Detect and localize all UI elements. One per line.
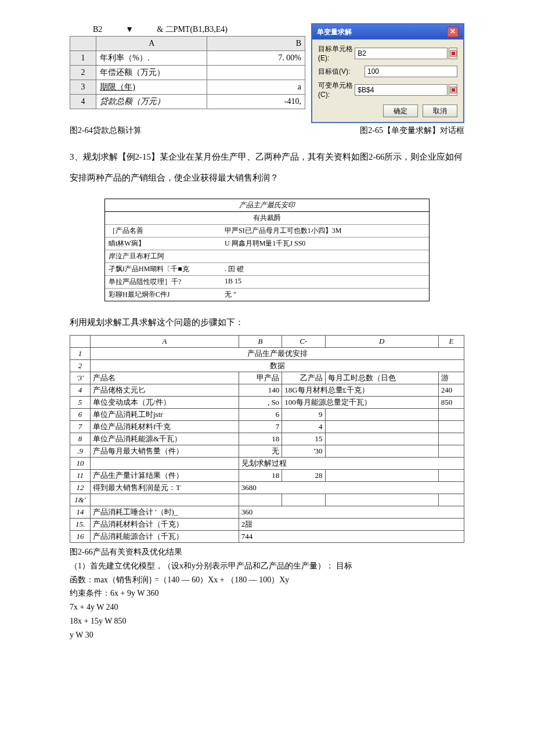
corner-cell <box>70 336 91 348</box>
corner-cell <box>70 37 96 51</box>
goal-seek-dialog: 单变量求解 ✕ 目标单元格(E): 目标值(V): 可变单元格(C): <box>311 23 464 123</box>
col-header: D <box>325 336 438 348</box>
text-line: 函数：max（销售利润} =（140 — 60）Xx + （180 — 100）… <box>70 573 464 587</box>
header-row: ABC-DE <box>70 336 464 348</box>
changing-cell-row: 可变单元格(C): <box>318 81 457 99</box>
text-line: y W 30 <box>70 628 464 642</box>
target-value-label: 目标值(V): <box>318 67 365 77</box>
target-cell-row: 目标单元格(E): <box>318 44 457 62</box>
caption-2-65: 图2-65【单变量求解】对话框 <box>360 125 464 136</box>
table-row: 1产品生产最优安排 <box>70 348 464 360</box>
dropdown-icon: ▼ <box>125 25 134 34</box>
col-header: E <box>438 336 464 348</box>
table-row: .9产品每月最大销售量（件）无'30 <box>70 445 464 458</box>
top-section: B2 ▼ & 二PMT(B1,B3,E4) A B 1 年利率（%）. 7. 0… <box>70 23 464 123</box>
table-row: 5单位变动成本（兀/件）, So100每月能源总量定千瓦）850 <box>70 397 464 409</box>
paragraph-example: 3、规划求解【例2-15】某企业在某月份生产甲、乙两种产品，其有关资料如图2-6… <box>70 146 464 188</box>
dialog-buttons: 确定 取消 <box>318 102 457 117</box>
ok-button[interactable]: 确定 <box>383 105 418 117</box>
text-line: 18x + 15y W 850 <box>70 614 464 628</box>
table-row: 1&' <box>70 494 464 506</box>
table-row: 2数据 <box>70 360 464 372</box>
table-row: 14产品消耗工唾合计 '（时)_360 <box>70 506 464 519</box>
target-cell-input[interactable] <box>355 48 448 59</box>
spreadsheet1: A B 1 年利率（%）. 7. 00% 2 年偿还额（万元） 3 期限（年) … <box>70 36 305 109</box>
col-header: C- <box>282 336 325 348</box>
blurry-head: 产品主产最氏安印 <box>105 199 429 212</box>
target-cell-label: 目标单元格(E): <box>318 44 355 62</box>
col-header: B <box>239 336 282 348</box>
table-row: 11产品生产量计算结果（件）1828 <box>70 470 464 482</box>
active-cell-name: B2 <box>93 25 102 34</box>
svg-rect-1 <box>452 52 455 55</box>
col-header: A <box>91 336 239 348</box>
blurry-table: 产品主产最氏安印 有共裁爵 ［产品名善甲严SI已产品母月工可也数1小四】3M 瞄… <box>104 199 430 301</box>
dialog-title-text: 单变量求解 <box>317 27 352 37</box>
spreadsheet1-wrapper: B2 ▼ & 二PMT(B1,B3,E4) A B 1 年利率（%）. 7. 0… <box>70 23 305 109</box>
table-row: 15.产品消耗材料合计（千克）2甜 <box>70 519 464 531</box>
table-row: 7单位产品消耗材料f千克74 <box>70 421 464 433</box>
table-row: '3'产品名甲产品乙产品每月工时总数（日色游 <box>70 372 464 384</box>
detail-spreadsheet: ABC-DE 1产品生产最优安排2数据'3'产品名甲产品乙产品每月工时总数（日色… <box>70 335 464 543</box>
table-row: 6单位产品消耗工时jstr69 <box>70 409 464 421</box>
col-header-a: A <box>96 37 207 51</box>
table-row: 4 贷款总额（万元） -410, <box>70 95 305 109</box>
target-value-row: 目标值(V): <box>318 66 457 77</box>
caption-2-66: 图2-66产品有关资料及优化结果 <box>70 545 464 559</box>
table-row: 1 年利率（%）. 7. 00% <box>70 51 305 66</box>
svg-rect-3 <box>452 88 455 92</box>
dialog-body: 目标单元格(E): 目标值(V): 可变单元格(C): 确定 取消 <box>312 39 463 122</box>
table-row: 2 年偿还额（万元） <box>70 66 305 80</box>
target-value-input[interactable] <box>365 66 457 77</box>
cancel-button[interactable]: 取消 <box>423 105 457 117</box>
table-row: 4产品佬格丈元匕14018G每月材料总量£千克）240 <box>70 384 464 397</box>
table-row: 8单位产品消耗能源&千瓦）1815 <box>70 433 464 445</box>
table-row: 16产品消耗能源合计（千瓦）744 <box>70 531 464 543</box>
range-picker-icon[interactable] <box>449 48 457 59</box>
text-line: 约束条件：6x + 9y W 360 <box>70 586 464 600</box>
text-line: （1）首先建立优化模型，（设x和y分别表示甲产品和乙产品的生产量）： 目标 <box>70 559 464 573</box>
text-line: 7x + 4y W 240 <box>70 600 464 614</box>
blurry-sub: 有共裁爵 <box>105 212 429 224</box>
table-row: 3 期限（年) a <box>70 80 305 95</box>
dialog-titlebar: 单变量求解 ✕ <box>312 24 463 39</box>
caption-row-1: 图2-64贷款总额计算 图2-65【单变量求解】对话框 <box>70 125 464 136</box>
caption-2-64: 图2-64贷款总额计算 <box>70 125 142 136</box>
changing-cell-input[interactable] <box>355 84 448 96</box>
close-icon[interactable]: ✕ <box>447 27 459 37</box>
formula-text: & 二PMT(B1,B3,E4) <box>157 24 228 35</box>
post-text: 图2-66产品有关资料及优化结果 （1）首先建立优化模型，（设x和y分别表示甲产… <box>70 545 464 642</box>
formula-bar: B2 ▼ & 二PMT(B1,B3,E4) <box>70 23 305 36</box>
table-row: 10见划求解过程 <box>70 458 464 470</box>
changing-cell-label: 可变单元格(C): <box>318 81 355 99</box>
table-row: 12得到最大销售利润是元：T3680 <box>70 482 464 494</box>
range-picker-icon[interactable] <box>449 84 457 96</box>
paragraph-steps: 利用规划求解工具求解这个问题的步骤如下： <box>70 312 464 333</box>
col-header-b: B <box>207 37 305 51</box>
